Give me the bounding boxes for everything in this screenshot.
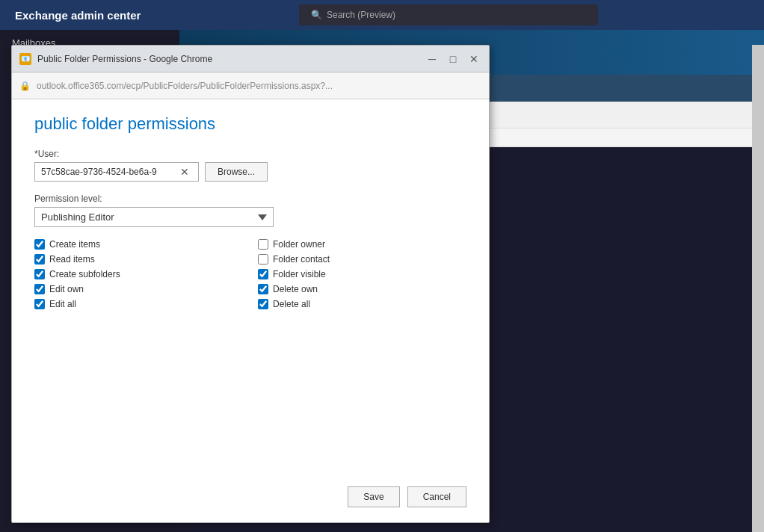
perm-create-items-label: Create items [49, 239, 100, 250]
perm-edit-own-checkbox[interactable] [34, 284, 45, 294]
dialog-footer: Save Cancel [12, 479, 489, 522]
perm-delete-own: Delete own [258, 284, 466, 294]
perm-delete-all-checkbox[interactable] [258, 299, 268, 309]
permission-level-label: Permission level: [34, 194, 466, 204]
favicon-icon: 📧 [21, 55, 30, 63]
permission-level-dropdown[interactable]: Publishing Editor Editor Reviewer None [34, 207, 274, 227]
perm-create-subfolders: Create subfolders [34, 269, 243, 279]
browser-title-left: 📧 Public Folder Permissions - Google Chr… [19, 53, 212, 65]
perm-read-items-label: Read items [49, 254, 95, 265]
perm-folder-owner: Folder owner [258, 239, 466, 250]
user-field-group: *User: 57c58cae-9736-4524-be6a-9 ✕ Brows… [34, 149, 466, 182]
search-icon: 🔍 [311, 10, 322, 20]
address-bar-text[interactable]: outlook.office365.com/ecp/PublicFolders/… [37, 81, 333, 91]
perm-create-subfolders-label: Create subfolders [49, 269, 120, 279]
perm-delete-all-label: Delete all [273, 299, 310, 309]
permission-level-group: Permission level: Publishing Editor Edit… [34, 194, 466, 227]
top-bar: Exchange admin center 🔍 Search (Preview) [0, 0, 764, 30]
dialog-title: public folder permissions [34, 114, 466, 134]
browser-favicon: 📧 [19, 53, 31, 65]
perm-edit-own-label: Edit own [49, 284, 84, 294]
perm-edit-own: Edit own [34, 284, 243, 294]
scrollbar-hint[interactable] [752, 45, 764, 532]
perm-delete-all: Delete all [258, 299, 466, 309]
perm-folder-contact-checkbox[interactable] [258, 254, 268, 265]
close-button[interactable]: ✕ [466, 52, 481, 66]
user-value-box[interactable]: 57c58cae-9736-4524-be6a-9 ✕ [34, 162, 199, 182]
browser-window: 📧 Public Folder Permissions - Google Chr… [11, 45, 490, 523]
browser-titlebar: 📧 Public Folder Permissions - Google Chr… [12, 46, 489, 72]
address-path: /ecp/PublicFolders/PublicFolderPermissio… [124, 81, 333, 91]
minimize-button[interactable]: ─ [425, 52, 440, 66]
perm-edit-all-label: Edit all [49, 299, 76, 309]
perm-create-items-checkbox[interactable] [34, 239, 45, 250]
permissions-grid: Create items Folder owner Read items Fol… [34, 239, 466, 309]
perm-read-items: Read items [34, 254, 243, 265]
perm-delete-own-label: Delete own [273, 284, 318, 294]
perm-folder-contact: Folder contact [258, 254, 466, 265]
perm-folder-visible: Folder visible [258, 269, 466, 279]
clear-user-button[interactable]: ✕ [177, 166, 192, 178]
perm-folder-owner-label: Folder owner [273, 239, 325, 250]
lock-icon: 🔒 [19, 81, 31, 91]
browse-button[interactable]: Browse... [205, 162, 268, 182]
search-placeholder: Search (Preview) [327, 10, 395, 20]
perm-edit-all-checkbox[interactable] [34, 299, 45, 309]
app-title: Exchange admin center [0, 9, 179, 22]
cancel-button[interactable]: Cancel [407, 486, 466, 507]
user-value-text: 57c58cae-9736-4524-be6a-9 [41, 167, 177, 177]
user-input-row: 57c58cae-9736-4524-be6a-9 ✕ Browse... [34, 162, 466, 182]
address-host: outlook.office365.com [37, 81, 124, 91]
maximize-button[interactable]: □ [446, 52, 460, 66]
user-field-label: *User: [34, 149, 466, 159]
browser-addressbar: 🔒 outlook.office365.com/ecp/PublicFolder… [12, 72, 489, 99]
perm-folder-contact-label: Folder contact [273, 254, 330, 265]
perm-folder-owner-checkbox[interactable] [258, 239, 268, 250]
search-bar[interactable]: 🔍 Search (Preview) [299, 4, 598, 25]
perm-folder-visible-checkbox[interactable] [258, 269, 268, 279]
browser-controls: ─ □ ✕ [425, 52, 481, 66]
perm-create-items: Create items [34, 239, 243, 250]
save-button[interactable]: Save [348, 486, 399, 507]
perm-folder-visible-label: Folder visible [273, 269, 326, 279]
perm-edit-all: Edit all [34, 299, 243, 309]
dialog-content: public folder permissions *User: 57c58ca… [12, 99, 489, 479]
browser-title-text: Public Folder Permissions - Google Chrom… [37, 54, 212, 64]
perm-read-items-checkbox[interactable] [34, 254, 45, 265]
perm-create-subfolders-checkbox[interactable] [34, 269, 45, 279]
perm-delete-own-checkbox[interactable] [258, 284, 268, 294]
